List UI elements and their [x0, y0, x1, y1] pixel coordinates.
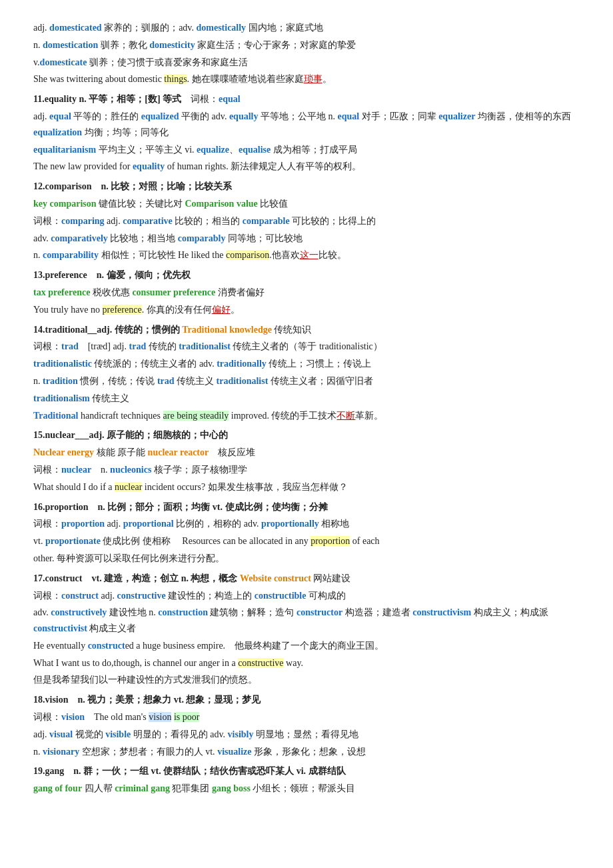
construct-title: 17.construct vt. 建造，构造；创立 n. 构想，概念 Websi… [33, 571, 580, 587]
traditional-line1: 词根：trad [træd] adj. trad 传统的 traditional… [33, 339, 580, 355]
proportion-section: 16.proportion n. 比例；部分；面积；均衡 vt. 使成比例；使均… [33, 499, 580, 567]
domestic-line3: v.domesticate 驯养；使习惯于或喜爱家务和家庭生活 [33, 55, 580, 71]
domestic-line2: n. domestication 驯养；教化 domesticity 家庭生活；… [33, 37, 580, 53]
equality-section: 11.equality n. 平等；相等；[数] 等式 词根：equal adj… [33, 91, 580, 175]
domestic-section: adj. domesticated 家养的；驯服的；adv. domestica… [33, 20, 580, 87]
proportion-line1: 词根：proportion adj. proportional 比例的，相称的 … [33, 516, 580, 532]
gang-title: 19.gang n. 群；一伙；一组 vt. 使群结队；结伙伤害或恐吓某人 vi… [33, 763, 580, 779]
comparison-line1: key comparison 键值比较；关键比对 Comparison valu… [33, 196, 580, 212]
preference-example: You truly have no preference. 你真的没有任何偏好。 [33, 302, 580, 318]
gang-line1: gang of four 四人帮 criminal gang 犯罪集团 gang… [33, 781, 580, 797]
nuclear-section: 15.nuclear___adj. 原子能的；细胞核的；中心的 Nuclear … [33, 427, 580, 495]
preference-section: 13.preference n. 偏爱，倾向；优先权 tax preferenc… [33, 267, 580, 317]
gang-section: 19.gang n. 群；一伙；一组 vt. 使群结队；结伙伤害或恐吓某人 vi… [33, 763, 580, 797]
equality-line1: adj. equal 平等的；胜任的 equalized 平衡的 adv. eq… [33, 109, 580, 141]
construct-line2: adv. constructively 建设性地 n. construction… [33, 605, 580, 637]
construct-section: 17.construct vt. 建造，构造；创立 n. 构想，概念 Websi… [33, 571, 580, 689]
traditional-line3: n. tradition 惯例，传统；传说 trad 传统主义 traditio… [33, 373, 580, 389]
construct-line1: 词根：construct adj. constructive 建设性的；构造上的… [33, 588, 580, 604]
traditional-section: 14.traditional__adj. 传统的；惯例的 Traditional… [33, 322, 580, 424]
vision-line1: 词根：vision The old man's vision is poor [33, 709, 580, 725]
nuclear-line1: Nuclear energy 核能 原子能 nuclear reactor 核反… [33, 445, 580, 461]
comparison-section: 12.comparison n. 比较；对照；比喻；比较关系 key compa… [33, 179, 580, 263]
traditional-example: Traditional handicraft techniques are be… [33, 408, 580, 424]
equality-title: 11.equality n. 平等；相等；[数] 等式 词根：equal [33, 91, 580, 107]
construct-example2: What I want us to do,though, is channel … [33, 655, 580, 671]
vision-title: 18.vision n. 视力；美景；想象力 vt. 想象；显现；梦见 [33, 692, 580, 708]
proportion-line2: vt. proportionate 使成比例 使相称 Resources can… [33, 533, 580, 549]
preference-title: 13.preference n. 偏爱，倾向；优先权 [33, 267, 580, 283]
traditional-line4: traditionalism 传统主义 [33, 391, 580, 407]
proportion-line3: other. 每种资源可以采取任何比例来进行分配。 [33, 551, 580, 567]
vision-line2: adj. visual 视觉的 visible 明显的；看得见的 adv. vi… [33, 727, 580, 743]
comparison-line4: n. comparability 相似性；可比较性 He liked the c… [33, 247, 580, 263]
vision-line3: n. visionary 空想家；梦想者；有眼力的人 vt. visualize… [33, 744, 580, 760]
comparison-line3: adv. comparatively 比较地；相当地 comparably 同等… [33, 231, 580, 247]
nuclear-example: What should I do if a nuclear incident o… [33, 479, 580, 495]
page-content: adj. domesticated 家养的；驯服的；adv. domestica… [33, 20, 580, 797]
preference-line1: tax preference 税收优惠 consumer preference … [33, 285, 580, 301]
domestic-example: She was twittering about domestic things… [33, 71, 580, 87]
comparison-title: 12.comparison n. 比较；对照；比喻；比较关系 [33, 179, 580, 195]
proportion-title: 16.proportion n. 比例；部分；面积；均衡 vt. 使成比例；使均… [33, 499, 580, 515]
traditional-title: 14.traditional__adj. 传统的；惯例的 Traditional… [33, 322, 580, 338]
construct-example1: He eventually constructed a huge busines… [33, 638, 580, 654]
domestic-line1: adj. domesticated 家养的；驯服的；adv. domestica… [33, 20, 580, 36]
traditional-line2: traditionalistic 传统派的；传统主义者的 adv. tradit… [33, 356, 580, 372]
nuclear-title: 15.nuclear___adj. 原子能的；细胞核的；中心的 [33, 427, 580, 443]
comparison-line2: 词根：comparing adj. comparative 比较的；相当的 co… [33, 213, 580, 229]
nuclear-line2: 词根：nuclear n. nucleonics 核子学；原子核物理学 [33, 462, 580, 478]
vision-section: 18.vision n. 视力；美景；想象力 vt. 想象；显现；梦见 词根：v… [33, 692, 580, 759]
equality-line2: equalitarianism 平均主义；平等主义 vi. equalize、e… [33, 142, 580, 158]
construct-example2-cn: 但是我希望我们以一种建设性的方式发泄我们的愤怒。 [33, 672, 580, 688]
equality-example: The new law provided for equality of hum… [33, 159, 580, 175]
